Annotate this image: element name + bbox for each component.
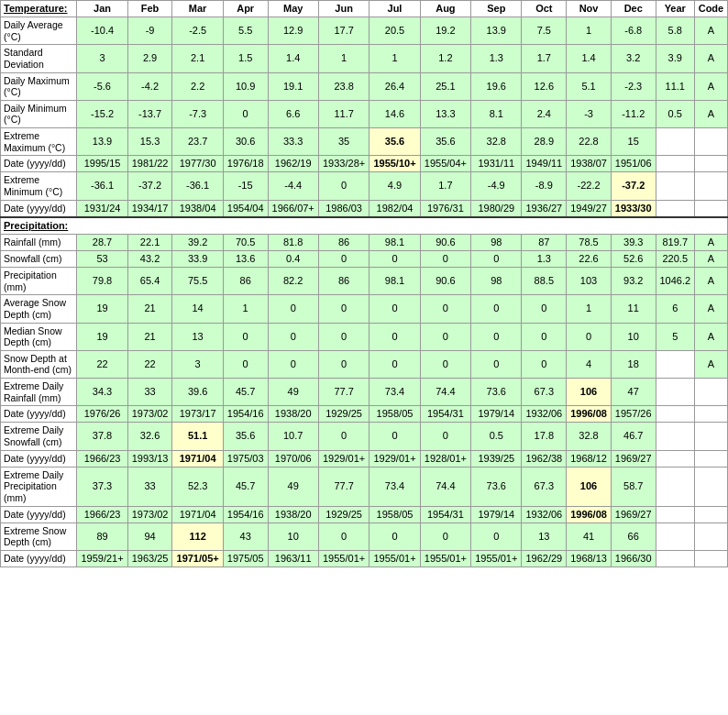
cell-value: 0 [223, 323, 268, 350]
row-label: Date (yyyy/dd) [1, 506, 77, 522]
cell-value: -11.2 [611, 100, 656, 127]
cell-value [656, 406, 694, 423]
cell-value [656, 350, 694, 378]
header-row: Temperature: Jan Feb Mar Apr May Jun Jul… [1, 1, 728, 17]
cell-value: 19.2 [420, 17, 470, 45]
cell-value: 1933/30 [611, 200, 656, 217]
cell-value: A [694, 234, 727, 250]
cell-value: 22 [77, 350, 127, 378]
cell-value: 2.1 [172, 45, 223, 72]
cell-value: 1955/04+ [420, 156, 470, 172]
cell-value: 3 [77, 45, 127, 72]
cell-value: 0 [223, 350, 268, 378]
cell-value: 1955/01+ [370, 550, 420, 566]
cell-value [656, 379, 694, 406]
cell-value: 0 [318, 251, 369, 268]
cell-value: 1 [318, 45, 369, 72]
header-sep: Sep [471, 1, 522, 17]
cell-value: 1982/04 [370, 200, 420, 217]
cell-value: 51.1 [172, 423, 223, 450]
cell-value: 1938/20 [268, 506, 318, 522]
table-row: Date (yyyy/dd)1966/231973/021971/041954/… [1, 506, 728, 522]
cell-value: -4.9 [471, 172, 522, 200]
cell-value: 1951/06 [611, 156, 656, 172]
table-row: Daily Maximum (°C)-5.6-4.22.210.919.123.… [1, 72, 728, 100]
row-label: Extreme Daily Rainfall (mm) [1, 379, 77, 406]
cell-value [656, 467, 694, 506]
cell-value: 49 [268, 379, 318, 406]
cell-value: 21 [127, 295, 172, 323]
cell-value: 1963/25 [127, 550, 172, 566]
cell-value: 0 [318, 172, 369, 200]
table-row: Extreme Snow Depth (cm)89941124310000013… [1, 522, 728, 550]
cell-value: 1969/27 [611, 450, 656, 467]
cell-value: 77.7 [318, 467, 369, 506]
table-row: Extreme Daily Precipitation (mm)37.33352… [1, 467, 728, 506]
cell-value: 11.1 [656, 72, 694, 100]
cell-value: 47 [611, 379, 656, 406]
cell-value [694, 379, 727, 406]
cell-value [656, 550, 694, 566]
cell-value: 1968/12 [567, 450, 612, 467]
cell-value: 5.5 [223, 17, 268, 45]
table-row: Standard Deviation32.92.11.51.4111.21.31… [1, 45, 728, 72]
cell-value: 1.5 [223, 45, 268, 72]
cell-value: 98 [471, 268, 522, 295]
cell-value: A [694, 251, 727, 268]
cell-value [656, 172, 694, 200]
cell-value: 45.7 [223, 379, 268, 406]
cell-value: 1928/01+ [420, 450, 470, 467]
cell-value: 1973/02 [127, 506, 172, 522]
cell-value: 18 [611, 350, 656, 378]
cell-value: 12.9 [268, 17, 318, 45]
cell-value: 19.1 [268, 72, 318, 100]
cell-value: 8.1 [471, 100, 522, 127]
cell-value: 1 [567, 295, 612, 323]
cell-value: 17.7 [318, 17, 369, 45]
table-row: Average Snow Depth (cm)19211410000001116… [1, 295, 728, 323]
cell-value [694, 172, 727, 200]
section-header: Precipitation: [1, 217, 728, 235]
cell-value: 0 [522, 323, 567, 350]
cell-value: 86 [318, 234, 369, 250]
cell-value: -2.3 [611, 72, 656, 100]
cell-value: 23.8 [318, 72, 369, 100]
cell-value: 81.8 [268, 234, 318, 250]
cell-value: -13.7 [127, 100, 172, 127]
cell-value: 1954/31 [420, 506, 470, 522]
cell-value: 1962/29 [522, 550, 567, 566]
row-label: Daily Average (°C) [1, 17, 77, 45]
cell-value: 98 [471, 234, 522, 250]
cell-value: 0 [318, 522, 369, 550]
cell-value: 98.1 [370, 234, 420, 250]
header-oct: Oct [522, 1, 567, 17]
cell-value: 19 [77, 323, 127, 350]
row-label: Extreme Daily Snowfall (cm) [1, 423, 77, 450]
cell-value: -5.6 [77, 72, 127, 100]
cell-value: 21 [127, 323, 172, 350]
table-row: Date (yyyy/dd)1966/231993/131971/041975/… [1, 450, 728, 467]
cell-value: 1929/01+ [318, 450, 369, 467]
cell-value: 1976/26 [77, 406, 127, 423]
cell-value: 67.3 [522, 467, 567, 506]
cell-value: 1954/16 [223, 506, 268, 522]
cell-value: 1954/31 [420, 406, 470, 423]
cell-value: -6.8 [611, 17, 656, 45]
cell-value: 0 [420, 350, 470, 378]
cell-value: 11.7 [318, 100, 369, 127]
cell-value: 2.9 [127, 45, 172, 72]
table-row: Date (yyyy/dd)1976/261973/021973/171954/… [1, 406, 728, 423]
cell-value: 1936/27 [522, 200, 567, 217]
cell-value: 33.3 [268, 127, 318, 155]
cell-value: -4.2 [127, 72, 172, 100]
row-label: Median Snow Depth (cm) [1, 323, 77, 350]
table-row: Extreme Maximum (°C)13.915.323.730.633.3… [1, 127, 728, 155]
cell-value: 1968/13 [567, 550, 612, 566]
cell-value: 1986/03 [318, 200, 369, 217]
cell-value: 66 [611, 522, 656, 550]
cell-value: 1976/31 [420, 200, 470, 217]
cell-value: 33.9 [172, 251, 223, 268]
header-feb: Feb [127, 1, 172, 17]
cell-value: 4.9 [370, 172, 420, 200]
cell-value: 1955/01+ [318, 550, 369, 566]
